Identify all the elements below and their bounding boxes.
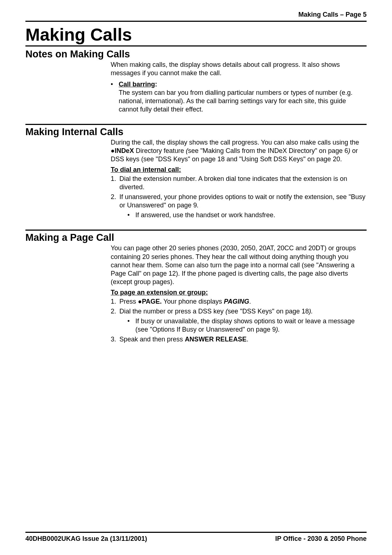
page-step-1-mid: Your phone displays (162, 298, 224, 305)
bullet-symbol-icon: ● (111, 147, 115, 154)
internal-mid1: Directory feature (134, 147, 186, 154)
notes-intro: When making calls, the display shows det… (111, 61, 367, 77)
internal-step-2-bullet-text: If answered, use the handset or work han… (135, 211, 367, 219)
page-subhead-colon: : (206, 289, 208, 296)
section-body-internal: During the call, the display shows the c… (111, 138, 367, 219)
page-step-3-pre: Speak and then press (119, 336, 185, 343)
section-page-call: Making a Page Call You can page other 20… (25, 232, 367, 343)
internal-see1: see "Making Calls from the INDeX Directo… (188, 147, 348, 154)
bullet-icon: • (127, 211, 135, 219)
internal-para: During the call, the display shows the c… (111, 138, 367, 163)
title-rule (25, 45, 367, 46)
section-body-page-call: You can page other 20 series phones (203… (111, 244, 367, 343)
notes-bullet: • Call barring: The system can bar you f… (111, 80, 367, 114)
page-steps: Press ●PAGE. Your phone displays PAGING.… (111, 297, 367, 344)
page-step-3-bold: ANSWER RELEASE (185, 336, 246, 343)
call-barring-colon: : (155, 81, 157, 88)
call-barring-label: Call barring (119, 81, 155, 88)
section-heading-notes: Notes on Making Calls (25, 49, 367, 60)
page-step-2-close: ). (309, 308, 313, 315)
internal-pre: During the call, the display shows the c… (111, 139, 359, 146)
page-step-2-bullet-close: ). (276, 326, 280, 333)
internal-step-2a: If unanswered, your phone provides optio… (119, 193, 366, 209)
page-step-2-bullet: • If busy or unavailable, the display sh… (127, 317, 367, 334)
section-internal: Making Internal Calls During the call, t… (25, 126, 367, 219)
internal-subhead: To dial an internal call: (111, 166, 367, 174)
page-subhead-text: To page an extension or group (111, 289, 206, 296)
page-step-1-page: PAGE. (142, 298, 162, 305)
section-heading-page-call: Making a Page Call (25, 232, 367, 243)
bullet-icon: • (111, 80, 119, 114)
page-step-2-pre: Dial the number or press a DSS key (119, 308, 225, 315)
page-step-1-pre: Press (119, 298, 138, 305)
internal-step-2: If unanswered, your phone provides optio… (111, 193, 367, 219)
page-title: Making Calls (25, 25, 367, 45)
page-step-2-bullet-pre: If busy or unavailable, the display show… (135, 317, 355, 333)
internal-subhead-colon: : (179, 166, 181, 173)
internal-step-1-text: Dial the extension number. A broken dial… (119, 175, 347, 191)
index-label: INDeX (115, 147, 134, 154)
internal-steps: Dial the extension number. A broken dial… (111, 175, 367, 219)
footer-left: 40DHB0002UKAG Issue 2a (13/11/2001) (25, 535, 147, 543)
page-step-1-end: . (249, 298, 251, 305)
notes-bullet-content: Call barring: The system can bar you fro… (119, 80, 367, 114)
bullet-symbol-icon: ● (138, 298, 142, 305)
page-step-1: Press ●PAGE. Your phone displays PAGING. (111, 297, 367, 306)
page-step-3: Speak and then press ANSWER RELEASE. (111, 335, 367, 344)
section-notes: Notes on Making Calls When making calls,… (25, 49, 367, 114)
footer-right: IP Office - 2030 & 2050 Phone (275, 535, 367, 543)
page-step-2: Dial the number or press a DSS key (see … (111, 307, 367, 334)
internal-step-2b: . (197, 202, 199, 209)
page-step-2-bullet-text: If busy or unavailable, the display show… (135, 317, 367, 334)
section-body-notes: When making calls, the display shows det… (111, 61, 367, 114)
page-intro: You can page other 20 series phones (203… (111, 244, 367, 286)
bullet-icon: • (127, 317, 135, 334)
page-header-right: Making Calls – Page 5 (25, 11, 367, 21)
page-subhead: To page an extension or group: (111, 288, 367, 297)
page-step-3-end: . (246, 336, 248, 343)
section-divider-1 (25, 124, 367, 125)
page-step-1-paging: PAGING (224, 298, 249, 305)
internal-step-2-bullet: • If answered, use the handset or work h… (127, 211, 367, 219)
internal-subhead-text: To dial an internal call (111, 166, 179, 173)
internal-step-1: Dial the extension number. A broken dial… (111, 175, 367, 191)
section-divider-2 (25, 230, 367, 231)
header-rule (25, 21, 367, 22)
footer-row: 40DHB0002UKAG Issue 2a (13/11/2001) IP O… (25, 535, 367, 543)
section-heading-internal: Making Internal Calls (25, 126, 367, 138)
page-step-2-see: see "DSS Keys" on page 18 (228, 308, 309, 315)
footer-rule (25, 532, 367, 533)
page-footer: 40DHB0002UKAG Issue 2a (13/11/2001) IP O… (25, 532, 367, 543)
call-barring-body: The system can bar you from dialling par… (119, 89, 352, 113)
